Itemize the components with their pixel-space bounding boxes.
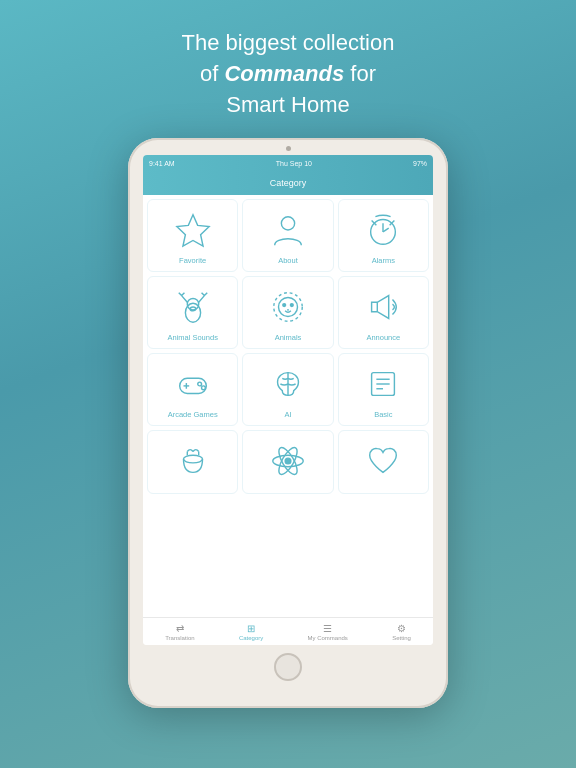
moose-icon bbox=[171, 285, 215, 329]
grid-item-atom[interactable] bbox=[242, 430, 333, 494]
svg-point-19 bbox=[201, 386, 205, 390]
ipad-screen: 9:41 AM Thu Sep 10 97% Category Favorite bbox=[143, 155, 433, 645]
grid-item-animals[interactable]: Animals bbox=[242, 276, 333, 349]
svg-point-13 bbox=[290, 304, 293, 307]
status-bar: 9:41 AM Thu Sep 10 97% bbox=[143, 155, 433, 171]
grid-item-animal-sounds[interactable]: Animal Sounds bbox=[147, 276, 238, 349]
tab-item-label-my-commands: My Commands bbox=[308, 635, 348, 641]
grid-item-label-basic: Basic bbox=[374, 410, 392, 419]
grid-item-label-arcade-games: Arcade Games bbox=[168, 410, 218, 419]
grid-item-cauldron[interactable] bbox=[147, 430, 238, 494]
my-commands-tab-icon: ☰ bbox=[323, 623, 332, 634]
grid-item-basic[interactable]: Basic bbox=[338, 353, 429, 426]
alarm-icon bbox=[361, 208, 405, 252]
grid-item-label-animals: Animals bbox=[275, 333, 302, 342]
status-battery: 97% bbox=[413, 160, 427, 167]
atom-icon bbox=[266, 439, 310, 483]
grid-item-label-animal-sounds: Animal Sounds bbox=[167, 333, 217, 342]
cauldron-icon bbox=[171, 439, 215, 483]
grid-item-announce[interactable]: Announce bbox=[338, 276, 429, 349]
status-time: 9:41 AM bbox=[149, 160, 175, 167]
brain-icon bbox=[266, 362, 310, 406]
grid-item-label-favorite: Favorite bbox=[179, 256, 206, 265]
grid-item-heart[interactable] bbox=[338, 430, 429, 494]
grid-item-label-about: About bbox=[278, 256, 298, 265]
star-icon bbox=[171, 208, 215, 252]
grid-item-label-announce: Announce bbox=[366, 333, 400, 342]
app-header-title: Category bbox=[270, 178, 307, 188]
lion-icon bbox=[266, 285, 310, 329]
category-tab-icon: ⊞ bbox=[247, 623, 255, 634]
grid-item-arcade-games[interactable]: Arcade Games bbox=[147, 353, 238, 426]
svg-point-12 bbox=[283, 304, 286, 307]
setting-tab-icon: ⚙ bbox=[397, 623, 406, 634]
status-date: Thu Sep 10 bbox=[276, 160, 312, 167]
svg-marker-0 bbox=[177, 215, 209, 246]
translation-tab-icon: ⇄ bbox=[176, 623, 184, 634]
tab-item-my-commands[interactable]: ☰ My Commands bbox=[308, 623, 348, 641]
svg-point-24 bbox=[183, 456, 202, 464]
ipad-camera bbox=[286, 146, 291, 151]
tab-item-translation[interactable]: ⇄ Translation bbox=[165, 623, 194, 641]
svg-point-27 bbox=[285, 459, 291, 465]
tab-item-label-category: Category bbox=[239, 635, 263, 641]
tab-item-setting[interactable]: ⚙ Setting bbox=[392, 623, 411, 641]
tab-item-label-setting: Setting bbox=[392, 635, 411, 641]
megaphone-icon bbox=[361, 285, 405, 329]
grid-item-label-alarms: Alarms bbox=[372, 256, 395, 265]
person-icon bbox=[266, 208, 310, 252]
tab-item-label-translation: Translation bbox=[165, 635, 194, 641]
grid-item-about[interactable]: About bbox=[242, 199, 333, 272]
svg-point-18 bbox=[197, 382, 201, 386]
grid-container[interactable]: Favorite About bbox=[143, 195, 433, 617]
menu-box-icon bbox=[361, 362, 405, 406]
heart-icon bbox=[361, 439, 405, 483]
tab-bar: ⇄ Translation ⊞ Category ☰ My Commands ⚙… bbox=[143, 617, 433, 645]
app-header: Category bbox=[143, 171, 433, 195]
grid-item-ai[interactable]: AI bbox=[242, 353, 333, 426]
ipad-home-button[interactable] bbox=[274, 653, 302, 681]
grid-item-label-ai: AI bbox=[284, 410, 291, 419]
gamepad-icon bbox=[171, 362, 215, 406]
svg-line-4 bbox=[383, 228, 389, 232]
svg-point-10 bbox=[278, 298, 297, 317]
grid-item-favorite[interactable]: Favorite bbox=[147, 199, 238, 272]
grid-item-alarms[interactable]: Alarms bbox=[338, 199, 429, 272]
tab-item-category[interactable]: ⊞ Category bbox=[239, 623, 263, 641]
category-grid: Favorite About bbox=[147, 199, 429, 494]
ipad-frame: 9:41 AM Thu Sep 10 97% Category Favorite bbox=[128, 138, 448, 708]
headline: The biggest collection of Commands for S… bbox=[182, 28, 395, 120]
svg-point-1 bbox=[281, 217, 294, 230]
